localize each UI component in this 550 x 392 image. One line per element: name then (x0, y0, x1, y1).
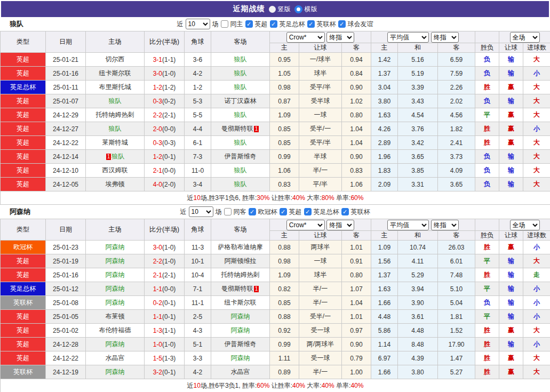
result-outcome: 平 (475, 254, 499, 268)
league-badge: 英超 (1, 122, 46, 136)
same-venue-label: 同主 (230, 20, 243, 29)
result-goals: 大 (523, 178, 550, 191)
sub-col-header: 胜负 (475, 43, 499, 53)
result-goals: 大 (523, 108, 550, 122)
avg-draw-odds: 3.80 (398, 365, 438, 379)
avg-draw-odds: 3.31 (398, 178, 438, 191)
avg-home-odds: 4.26 (371, 122, 398, 136)
table-row: 英超24-12-10西汉姆联2-1(0-0)11-0狼队1.06半/一0.831… (1, 164, 550, 178)
corner-score: 1-2 (185, 81, 211, 94)
halftime-score: (0-1) (162, 369, 176, 376)
avg-stage-select[interactable]: 终指 (431, 32, 459, 43)
avg-away-odds: 3.73 (438, 150, 475, 164)
table-row: 英超24-12-22水晶宫1-5(1-3)3-3阿森纳1.11受一球0.796.… (1, 351, 550, 365)
league-filter-checkbox[interactable]: ✓ (304, 208, 312, 215)
handicap-line: 半球 (299, 150, 342, 164)
team-label: 阿森纳 (106, 243, 125, 251)
league-filter-checkbox[interactable]: ✓ (270, 20, 277, 28)
home-team: 托特纳姆热刺 (86, 108, 145, 122)
league-badge: 英足总杯 (1, 282, 46, 296)
avg-home-odds: 1.42 (371, 53, 398, 67)
match-count-select[interactable]: 10 (186, 19, 210, 29)
team-label: 狼队 (234, 139, 247, 146)
match-date: 25-01-11 (46, 81, 86, 94)
result-scope-select[interactable]: 全场 (510, 220, 540, 230)
avg-home-odds: 6.97 (371, 351, 398, 365)
score: 0-2(0-1) (145, 296, 185, 310)
result-outcome: 平 (475, 282, 499, 296)
away-team: 狼队 (211, 164, 270, 178)
odds-stage-select[interactable]: 终指 (326, 220, 354, 230)
league-filter-checkbox[interactable]: ✓ (249, 208, 256, 215)
result-goals: 小 (523, 67, 550, 81)
result-outcome: 负 (475, 94, 499, 108)
league-badge: 英超 (1, 150, 46, 164)
home-odds: 0.98 (270, 254, 299, 268)
odds-source-select[interactable]: Crow* (286, 220, 325, 230)
col-header: 日期 (46, 219, 86, 241)
summary-text: 近10场,胜3平1负6, 胜率:30% 让胜率:40% 大率:80% 单率:60… (1, 191, 550, 205)
halftime-score: (1-0) (162, 258, 176, 265)
summary-row: 近10场,胜6平3负1, 胜率:60% 让胜率:40% 大率:40% 单率:40… (1, 379, 550, 392)
avg-draw-odds: 10.74 (398, 241, 438, 254)
halftime-score: (0-3) (162, 139, 176, 147)
league-filter-checkbox[interactable]: ✓ (280, 208, 287, 215)
league-filter-checkbox[interactable]: ✓ (307, 20, 315, 28)
result-scope-select[interactable]: 全场 (510, 32, 540, 43)
team-label: 阿森纳 (106, 257, 125, 265)
result-handicap: 输 (499, 164, 523, 178)
halftime-score: (0-2) (162, 98, 176, 105)
league-filter-checkbox[interactable]: ✓ (338, 20, 346, 28)
team-label: 纽卡斯尔联 (99, 69, 131, 77)
table-row: 英超25-01-16阿森纳2-1(2-1)10-4托特纳姆热刺1.09球半0.8… (1, 268, 550, 282)
table-row: 英超24-12-141狼队1-2(0-1)7-3伊普斯维奇0.99半球0.901… (1, 150, 550, 164)
corner-score: 5-3 (185, 94, 211, 108)
halftime-score: (0-0) (162, 285, 176, 293)
avg-draw-odds: 4.54 (398, 108, 438, 122)
same-venue-checkbox[interactable] (221, 20, 228, 28)
home-odds: 0.92 (270, 324, 299, 338)
away-team: 狼队 (211, 67, 270, 81)
odds-source-select[interactable]: Crow* (286, 32, 325, 43)
summary-segment: 40% (322, 382, 334, 389)
avg-stage-select[interactable]: 终指 (431, 220, 459, 230)
team-section: 狼队近10场同主✓英超✓英足总杯✓英联杯✓球会友谊类型日期主场比分(半场)角球客… (0, 17, 550, 205)
home-odds: 0.87 (270, 94, 299, 108)
radio-horizontal-icon[interactable] (294, 5, 302, 13)
team-section: 阿森纳近10场同客✓欧冠杯✓英超✓英足总杯✓英联杯类型日期主场比分(半场)角球客… (0, 205, 550, 392)
result-outcome: 胜 (475, 122, 499, 136)
handicap-line: 受平/半 (299, 81, 342, 94)
league-filter-checkbox[interactable]: ✓ (245, 20, 253, 28)
avg-source-select[interactable]: 平均值 (387, 220, 429, 230)
radio-option-horizontal[interactable]: 横版 (294, 5, 317, 14)
radio-vertical-icon[interactable] (269, 6, 276, 13)
handicap-line: 平/半 (299, 178, 342, 191)
table-row: 英超24-12-05埃弗顿4-0(2-0)3-4狼队0.83平/半1.062.0… (1, 178, 550, 191)
summary-segment: 大率: (305, 382, 322, 389)
halftime-score: (0-1) (162, 299, 176, 307)
match-date: 24-12-22 (46, 136, 86, 150)
score: 1-3(1-1) (145, 324, 185, 338)
team-label: 纽卡斯尔联 (225, 299, 257, 306)
radio-option-vertical[interactable]: 竖版 (269, 5, 291, 14)
score: 3-0(1-0) (145, 67, 185, 81)
home-odds: 0.98 (270, 81, 299, 94)
result-handicap: 输 (499, 296, 523, 310)
handicap-line: 受半/一 (299, 310, 342, 324)
home-team: 阿森纳 (86, 282, 145, 296)
avg-away-odds: 2.02 (438, 94, 475, 108)
handicap-line: 一/球半 (299, 53, 342, 67)
league-filter-checkbox[interactable]: ✓ (341, 208, 349, 215)
corner-score: 11-3 (185, 241, 211, 254)
avg-source-select[interactable]: 平均值 (387, 32, 429, 43)
summary-text: 近10场,胜6平3负1, 胜率:60% 让胜率:40% 大率:40% 单率:40… (1, 379, 550, 392)
odds-stage-select[interactable]: 终指 (326, 32, 354, 43)
away-odds: 1.00 (342, 365, 371, 379)
same-venue-checkbox[interactable] (224, 208, 232, 215)
match-count-select[interactable]: 10 (189, 206, 213, 217)
avg-home-odds: 1.66 (371, 296, 398, 310)
league-filter-label: 英超 (289, 207, 302, 217)
col-header: 主场 (86, 31, 145, 53)
result-handicap: 输 (499, 150, 523, 164)
table-row: 英联杯24-12-19阿森纳3-2(0-1)4-2水晶宫0.89半/一1.001… (1, 365, 550, 379)
